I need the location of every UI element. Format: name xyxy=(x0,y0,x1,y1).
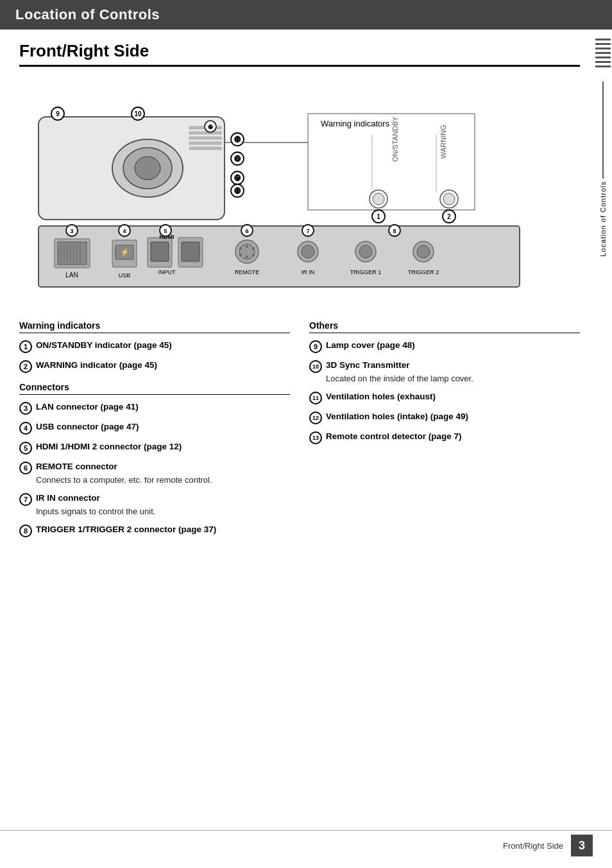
footer-label: Front/Right Side xyxy=(503,841,563,851)
svg-point-70 xyxy=(239,254,242,256)
item-text-1: ON/STANDBY indicator (page 45) xyxy=(36,340,172,352)
svg-text:10: 10 xyxy=(134,110,142,117)
svg-point-85 xyxy=(417,245,430,258)
item-1: 1 ON/STANDBY indicator (page 45) xyxy=(19,340,290,353)
item-text-9: Lamp cover (page 48) xyxy=(326,340,415,352)
page-footer: Front/Right Side 3 xyxy=(0,830,612,856)
side-tab: Location of Controls xyxy=(594,39,612,257)
item-num-3: 3 xyxy=(19,402,32,415)
item-12: 12 Ventilation holes (intake) (page 49) xyxy=(309,411,580,424)
svg-text:IR IN: IR IN xyxy=(302,269,315,275)
main-content: Front/Right Side xyxy=(0,30,612,563)
svg-rect-6 xyxy=(189,137,221,139)
svg-point-82 xyxy=(359,245,372,258)
svg-rect-7 xyxy=(189,142,221,144)
item-text-7: IR IN connector Inputs signals to contro… xyxy=(36,492,155,517)
item-text-11: Ventilation holes (exhaust) xyxy=(326,391,436,403)
diagram-svg: ❿ 9 10 Warning indicators ON/STANDBY WAR… xyxy=(19,78,545,297)
projector-body: ❿ 9 10 xyxy=(38,107,225,220)
item-text-2: WARNING indicator (page 45) xyxy=(36,360,157,372)
svg-point-77 xyxy=(302,245,314,258)
svg-text:TRIGGER 2: TRIGGER 2 xyxy=(408,269,439,275)
svg-text:⓫: ⓫ xyxy=(234,187,241,195)
header-title: Location of Controls xyxy=(15,6,160,22)
svg-text:1: 1 xyxy=(377,213,380,220)
svg-text:WARNING: WARNING xyxy=(439,125,447,159)
item-10: 10 3D Sync Transmitter Located on the in… xyxy=(309,360,580,385)
svg-text:USB: USB xyxy=(119,272,131,279)
item-num-13: 13 xyxy=(309,431,322,444)
item-8: 8 TRIGGER 1/TRIGGER 2 connector (page 37… xyxy=(19,524,290,537)
side-tab-border xyxy=(602,82,604,179)
item-num-2: 2 xyxy=(19,360,32,373)
item-num-8: 8 xyxy=(19,525,32,537)
page-number: 3 xyxy=(571,835,593,856)
side-tab-label: Location of Controls xyxy=(599,181,607,257)
svg-point-3 xyxy=(135,157,160,180)
item-text-13: Remote control detector (page 7) xyxy=(326,431,462,443)
svg-rect-8 xyxy=(189,147,221,150)
page-header: Location of Controls xyxy=(0,0,612,30)
svg-point-22 xyxy=(373,193,384,205)
item-num-5: 5 xyxy=(19,442,32,455)
item-text-12: Ventilation holes (intake) (page 49) xyxy=(326,411,468,423)
content-columns: Warning indicators 1 ON/STANDBY indicato… xyxy=(19,311,580,544)
item-num-1: 1 xyxy=(19,340,32,353)
svg-text:❿: ❿ xyxy=(208,124,213,130)
col-left: Warning indicators 1 ON/STANDBY indicato… xyxy=(19,311,290,544)
diagram-area: ❿ 9 10 Warning indicators ON/STANDBY WAR… xyxy=(19,78,580,299)
item-11: 11 Ventilation holes (exhaust) xyxy=(309,391,580,404)
item-text-4: USB connector (page 47) xyxy=(36,421,139,433)
svg-rect-40 xyxy=(58,242,87,265)
item-7: 7 IR IN connector Inputs signals to cont… xyxy=(19,492,290,517)
svg-rect-58 xyxy=(182,242,200,261)
svg-text:6: 6 xyxy=(245,228,248,234)
item-sub-10: Located on the inside of the lamp cover. xyxy=(326,373,473,385)
svg-text:3: 3 xyxy=(70,228,73,234)
svg-text:2: 2 xyxy=(447,213,451,220)
svg-point-68 xyxy=(246,245,248,248)
item-6: 6 REMOTE connector Connects to a compute… xyxy=(19,461,290,486)
svg-text:REMOTE: REMOTE xyxy=(235,269,260,275)
item-5: 5 HDMI 1/HDMI 2 connector (page 12) xyxy=(19,441,290,455)
connectors-heading: Connectors xyxy=(19,382,290,395)
item-num-4: 4 xyxy=(19,422,32,435)
svg-point-24 xyxy=(443,193,455,205)
svg-text:8: 8 xyxy=(393,228,396,234)
svg-text:LAN: LAN xyxy=(65,272,78,279)
item-9: 9 Lamp cover (page 48) xyxy=(309,340,580,353)
side-tab-decoration xyxy=(595,39,611,78)
svg-text:7: 7 xyxy=(306,228,309,234)
footer-right: Front/Right Side 3 xyxy=(503,835,593,856)
item-num-9: 9 xyxy=(309,340,322,353)
others-heading: Others xyxy=(309,320,580,333)
item-text-5: HDMI 1/HDMI 2 connector (page 12) xyxy=(36,441,182,453)
item-num-7: 7 xyxy=(19,493,32,506)
item-text-3: LAN connector (page 41) xyxy=(36,401,139,413)
item-2: 2 WARNING indicator (page 45) xyxy=(19,360,290,373)
item-text-10: 3D Sync Transmitter Located on the insid… xyxy=(326,360,473,385)
item-num-10: 10 xyxy=(309,360,322,373)
svg-text:⓫: ⓫ xyxy=(234,135,241,143)
item-text-6: REMOTE connector Connects to a computer,… xyxy=(36,461,212,486)
svg-point-72 xyxy=(252,254,255,256)
svg-point-71 xyxy=(246,256,248,258)
item-sub-6: Connects to a computer, etc. for remote … xyxy=(36,474,212,486)
item-sub-7: Inputs signals to control the unit. xyxy=(36,506,155,517)
warning-heading: Warning indicators xyxy=(19,320,290,333)
item-num-11: 11 xyxy=(309,392,322,404)
svg-text:Warning indicators: Warning indicators xyxy=(321,119,390,128)
svg-text:4: 4 xyxy=(123,228,126,234)
svg-text:TRIGGER 1: TRIGGER 1 xyxy=(350,269,382,275)
section-title: Front/Right Side xyxy=(19,41,580,67)
col-right: Others 9 Lamp cover (page 48) 10 3D Sync… xyxy=(309,311,580,544)
item-num-6: 6 xyxy=(19,462,32,474)
svg-text:INPUT: INPUT xyxy=(158,269,176,275)
item-num-12: 12 xyxy=(309,412,322,424)
svg-text:9: 9 xyxy=(56,110,60,117)
svg-text:⓬: ⓬ xyxy=(234,155,241,162)
svg-text:ON/STANDBY: ON/STANDBY xyxy=(391,116,399,162)
svg-rect-38 xyxy=(38,226,520,287)
item-3: 3 LAN connector (page 41) xyxy=(19,401,290,415)
svg-point-67 xyxy=(239,247,242,250)
